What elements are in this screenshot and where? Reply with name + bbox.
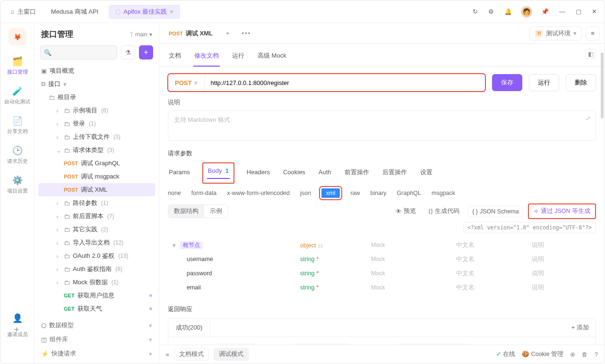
tree-folder[interactable]: ›🗀导入导出文档(12) (38, 236, 155, 249)
save-button[interactable]: 保存 (492, 74, 522, 91)
tree-api-item[interactable]: POST调试 XML (38, 183, 155, 196)
seg-structure[interactable]: 数据结构 (168, 205, 204, 218)
rail-item-settings[interactable]: ⚙️ 项目设置 (3, 171, 32, 198)
field-desc[interactable]: 说明 (532, 284, 605, 292)
field-desc[interactable]: 说明 (532, 255, 605, 263)
rail-item-share[interactable]: 📄 分享文档 (3, 112, 32, 139)
ptab-pre[interactable]: 前置操作 (344, 165, 370, 181)
editor-tab[interactable]: POST 调试 XML (164, 26, 217, 41)
env-selector[interactable]: 测 测试环境 ▾ (529, 26, 582, 41)
ptab-post[interactable]: 后置操作 (381, 165, 408, 181)
ptab-body[interactable]: Body 1 (207, 164, 230, 179)
refresh-icon[interactable]: ↻ (471, 6, 480, 17)
ptab-headers[interactable]: Headers (246, 166, 271, 180)
mode-debug[interactable]: 调试模式 (214, 348, 249, 361)
side-panel-button[interactable]: ◧ (586, 49, 596, 59)
ptab-auth[interactable]: Auth (318, 166, 332, 180)
btype-binary[interactable]: binary (371, 190, 387, 196)
btype-none[interactable]: none (168, 190, 181, 196)
tree-section[interactable]: ⬡数据模型▾ (38, 318, 155, 332)
btype-form[interactable]: form-data (191, 190, 217, 196)
tool-schema[interactable]: { }JSON Schema (468, 206, 523, 217)
btype-graphql[interactable]: GraphQL (397, 190, 421, 196)
workspace-tab-0[interactable]: Medusa 商城 API (44, 5, 105, 19)
field-mock[interactable]: Mock (371, 270, 456, 277)
close-icon[interactable]: × (170, 8, 173, 15)
tree-section[interactable]: ⚡快捷请求▾ (38, 347, 155, 361)
root-cn[interactable]: 中文名 (456, 241, 532, 249)
subtab-doc[interactable]: 文档 (168, 49, 182, 67)
bell-icon[interactable]: 🔔 (502, 6, 514, 17)
subtab-mock[interactable]: 高级 Mock (257, 49, 287, 67)
tree-folder[interactable]: ›🗀上传下载文件(3) (38, 130, 155, 144)
subtab-edit[interactable]: 修改文档 (193, 49, 220, 67)
tree-folder[interactable]: ›🗀Mock 假数据(1) (38, 276, 155, 289)
help-icon[interactable]: ? (595, 351, 598, 358)
new-tab-button[interactable]: + (222, 28, 233, 39)
field-name[interactable]: password (168, 270, 300, 277)
add-circle-icon[interactable]: ⊕ (570, 351, 575, 358)
add-response-button[interactable]: + 添加 (565, 319, 596, 337)
field-cn[interactable]: 中文名 (456, 284, 532, 292)
field-mock[interactable]: Mock (371, 256, 456, 262)
subtab-run[interactable]: 运行 (231, 49, 245, 67)
layout-toggle-button[interactable]: ≡ (586, 26, 600, 41)
collapse-icon[interactable]: ▾ (173, 242, 177, 249)
workspace-tab-1[interactable]: ◌ Apifox 最佳实践 × (109, 5, 180, 19)
field-cn[interactable]: 中文名 (456, 255, 532, 263)
field-type[interactable]: string (300, 256, 315, 262)
expand-icon[interactable]: ⤢ (586, 115, 591, 122)
tool-generate[interactable]: ✧通过 JSON 等生成 (528, 203, 596, 219)
tree-folder[interactable]: ›🗀登录(1) (38, 117, 155, 130)
branch-selector[interactable]: ᛘ main ▾ (130, 31, 152, 38)
tree-api-item[interactable]: POST调试 GraphQL (38, 157, 155, 170)
run-button[interactable]: 运行 (529, 74, 559, 91)
tree-folder[interactable]: 🗀根目录 (38, 91, 155, 104)
field-name[interactable]: email (168, 284, 300, 291)
tree-api-item[interactable]: GET获取用户信息 (38, 289, 155, 302)
tree-api-item[interactable]: POST调试 msgpack (38, 170, 155, 183)
pin-icon[interactable]: 📌 (539, 6, 551, 17)
btype-raw[interactable]: raw (350, 190, 360, 196)
cookie-button[interactable]: 🍪 Cookie 管理 (522, 350, 563, 358)
settings-icon[interactable]: ⚙ (486, 6, 496, 17)
field-mock[interactable]: Mock (371, 284, 456, 291)
schema-root[interactable]: 根节点 (180, 241, 203, 249)
resp-name-input[interactable] (292, 344, 349, 345)
response-tab[interactable]: 成功(200) (168, 319, 210, 337)
add-button[interactable]: + (139, 45, 153, 59)
tree-section[interactable]: 🗑回收站 (38, 361, 155, 364)
rail-item-test[interactable]: 🧪 自动化测试 (3, 82, 32, 109)
tree-folder[interactable]: ›🗀前后置脚本(7) (38, 210, 155, 223)
tree-section[interactable]: ◫组件库▾ (38, 332, 155, 347)
more-tabs-button[interactable]: ••• (238, 28, 255, 39)
desc-input[interactable]: 支持 Markdown 格式 ⤢ (168, 110, 596, 141)
tree-api-item[interactable]: GET获取天气 (38, 302, 155, 315)
field-name[interactable]: username (168, 256, 300, 262)
rail-item-history[interactable]: 🕑 请求历史 (3, 142, 32, 169)
settings-small-icon[interactable]: ⚏ (318, 242, 323, 249)
btype-xml[interactable]: xml (321, 188, 340, 198)
tree-folder[interactable]: ›🗀其它实践(2) (38, 223, 155, 236)
root-desc[interactable]: 说明 (532, 241, 605, 249)
format-select[interactable]: XML▾ (398, 344, 468, 345)
avatar[interactable]: 🧑 (520, 6, 533, 18)
mode-doc[interactable]: 文档模式 (174, 348, 209, 361)
tool-gencode[interactable]: ⟨⟩生成代码 (424, 205, 463, 217)
tree-folder[interactable]: ›🗀路径参数(1) (38, 196, 155, 210)
rail-item-invite[interactable]: 👤＋ 邀请成员 (3, 315, 32, 342)
root-mock[interactable]: Mock (371, 242, 456, 248)
field-type[interactable]: string (300, 270, 315, 277)
rail-item-api[interactable]: 🗂️ 接口管理 (3, 52, 32, 79)
search-input[interactable] (40, 45, 117, 59)
tree-folder[interactable]: ›🗀Auth 鉴权指南(8) (38, 262, 155, 276)
url-input[interactable] (205, 79, 485, 86)
tree-folder[interactable]: ›🗀示例项目(6) (38, 104, 155, 117)
maximize-button[interactable]: ▢ (574, 6, 583, 17)
delete-button[interactable]: 删除 (566, 74, 596, 91)
filter-button[interactable]: ⚗ (121, 45, 135, 59)
minimize-button[interactable]: — (557, 6, 567, 17)
collapse-left-icon[interactable]: « (166, 351, 169, 358)
tree-folder[interactable]: ⌄🗀请求体类型(3) (38, 144, 155, 157)
http-code-input[interactable] (217, 344, 255, 345)
